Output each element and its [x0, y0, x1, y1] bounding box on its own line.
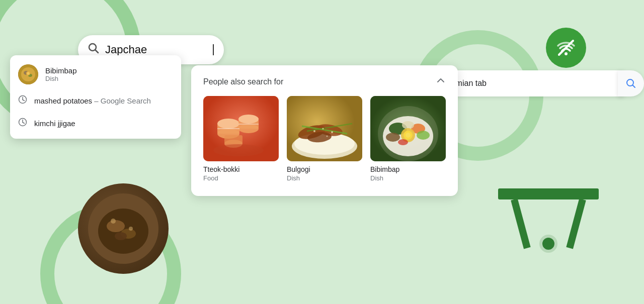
table-leg-left [511, 198, 530, 249]
svg-point-55 [402, 121, 414, 129]
food-image-inner [78, 183, 169, 274]
bibimbap-image [370, 96, 446, 161]
svg-point-7 [111, 219, 116, 224]
bulgogi-type: Dish [287, 174, 362, 182]
table-top [498, 188, 599, 199]
cursor [213, 44, 214, 55]
second-search-button[interactable] [618, 70, 644, 96]
second-search-icon [626, 78, 636, 88]
main-search-icon [88, 43, 99, 57]
history-icon-1 [18, 95, 27, 107]
chevron-up-icon[interactable] [436, 75, 446, 88]
second-search-input[interactable]: bohemian tab [438, 79, 616, 88]
food-card-bulgogi[interactable]: Bulgogi Dish [287, 96, 362, 182]
history-text-mashed-potatoes: mashed potatoes – Google Search [34, 96, 151, 105]
svg-point-30 [238, 115, 259, 124]
food-card-bibimbap[interactable]: Bibimbap Dish [370, 96, 446, 182]
food-card-tteokbokki[interactable]: Tteok-bokki Food [203, 96, 279, 182]
panel-header: People also search for [203, 75, 446, 88]
tteokbokki-image [203, 96, 279, 161]
svg-line-63 [633, 85, 635, 88]
svg-point-16 [27, 72, 30, 75]
bibimbap-text: Bibimbap Dish [45, 66, 77, 82]
bibimbap-title: Bibimbap [45, 66, 77, 75]
food-cards-container: Tteok-bokki Food [203, 96, 446, 182]
svg-point-1 [565, 52, 568, 55]
table-joint [539, 235, 557, 253]
svg-point-48 [327, 136, 328, 137]
svg-line-22 [23, 123, 25, 124]
svg-point-57 [417, 131, 430, 140]
svg-point-4 [107, 220, 125, 232]
food-image-circle [78, 183, 169, 274]
no-wifi-icon [546, 28, 586, 68]
bulgogi-image [287, 96, 362, 161]
table-illustration [493, 178, 604, 279]
bibimbap-card-name: Bibimbap [370, 165, 446, 173]
bibimbap-subtitle: Dish [45, 75, 77, 82]
autocomplete-history-kimchi[interactable]: kimchi jjigae [10, 112, 181, 135]
autocomplete-item-bibimbap[interactable]: Bibimbap Dish [10, 59, 181, 89]
main-search-input[interactable]: Japchae [105, 43, 207, 56]
panel-title: People also search for [203, 77, 283, 86]
autocomplete-history-mashed-potatoes[interactable]: mashed potatoes – Google Search [10, 89, 181, 112]
svg-line-19 [23, 100, 25, 101]
svg-point-45 [313, 130, 315, 132]
history-text-kimchi: kimchi jjigae [34, 119, 75, 128]
svg-line-10 [96, 50, 99, 53]
bulgogi-name: Bulgogi [287, 165, 362, 173]
table-leg-right [566, 198, 586, 249]
svg-point-47 [331, 131, 333, 133]
autocomplete-dropdown: Bibimbap Dish mashed potatoes – Google S… [10, 55, 181, 139]
svg-point-8 [129, 227, 133, 231]
svg-point-60 [406, 133, 411, 138]
svg-point-27 [217, 119, 239, 129]
svg-point-56 [386, 133, 400, 142]
svg-rect-32 [224, 135, 243, 144]
bibimbap-card-type: Dish [370, 174, 446, 182]
people-also-search-panel: People also search for [191, 65, 458, 196]
svg-point-61 [398, 139, 408, 145]
bibimbap-thumbnail [18, 64, 38, 84]
svg-point-46 [323, 128, 324, 130]
svg-point-33 [213, 144, 264, 156]
svg-point-6 [115, 232, 127, 240]
tteokbokki-name: Tteok-bokki [203, 165, 279, 173]
history-icon-2 [18, 118, 27, 129]
tteokbokki-type: Food [203, 174, 279, 182]
